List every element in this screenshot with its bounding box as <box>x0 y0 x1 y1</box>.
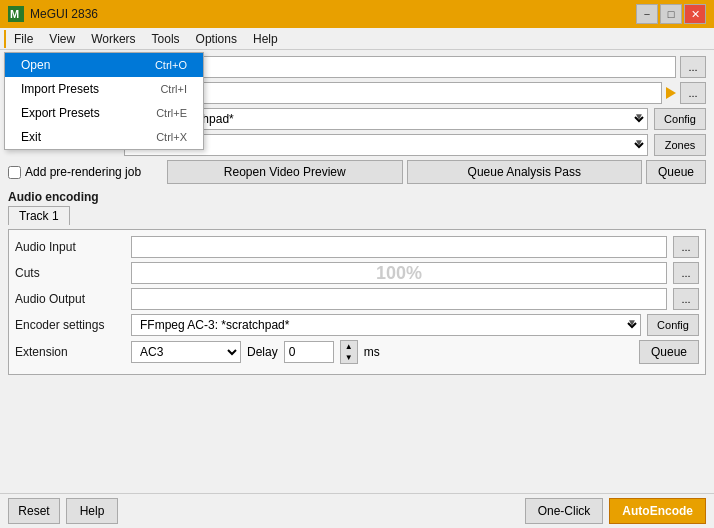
bottom-right: One-Click AutoEncode <box>525 498 706 524</box>
one-click-button[interactable]: One-Click <box>525 498 604 524</box>
ms-label: ms <box>364 345 380 359</box>
audio-encoding-header: Audio encoding <box>8 190 706 204</box>
delay-label: Delay <box>247 345 278 359</box>
audio-output-browse[interactable]: ... <box>673 288 699 310</box>
reopen-video-preview-button[interactable]: Reopen Video Preview <box>167 160 403 184</box>
menu-tools[interactable]: Tools <box>144 30 188 48</box>
title-bar: M MeGUI 2836 − □ ✕ <box>0 0 714 28</box>
delay-spinner: ▲ ▼ <box>340 340 358 364</box>
extension-row: Extension AC3 Delay ▲ ▼ ms Queue <box>15 340 699 364</box>
audio-output-field[interactable] <box>131 288 667 310</box>
audio-encoder-select-wrapper: FFmpeg AC-3: *scratchpad* <box>131 314 641 336</box>
maximize-button[interactable]: □ <box>660 4 682 24</box>
window-controls: − □ ✕ <box>636 4 706 24</box>
audio-input-row: Audio Input ... <box>15 236 699 258</box>
video-input-browse[interactable]: ... <box>680 56 706 78</box>
menu-import-shortcut: Ctrl+I <box>160 83 187 95</box>
audio-input-field[interactable] <box>131 236 667 258</box>
cuts-row: Cuts 100% ... <box>15 262 699 284</box>
extension-select[interactable]: AC3 <box>131 341 241 363</box>
track-tab-label: Track 1 <box>19 209 59 223</box>
delay-up-button[interactable]: ▲ <box>341 341 357 352</box>
audio-section: Audio Input ... Cuts 100% ... Audio Outp… <box>8 229 706 375</box>
menu-options[interactable]: Options <box>188 30 245 48</box>
menu-exit-label: Exit <box>21 130 41 144</box>
pre-render-queue-button[interactable]: Queue <box>646 160 706 184</box>
menu-view[interactable]: View <box>41 30 83 48</box>
svg-text:M: M <box>10 8 19 20</box>
audio-encoder-row: Encoder settings FFmpeg AC-3: *scratchpa… <box>15 314 699 336</box>
pre-render-row: Add pre-rendering job Reopen Video Previ… <box>8 160 706 184</box>
cuts-input-wrapper: 100% <box>131 262 667 284</box>
file-dropdown: Open Ctrl+O Import Presets Ctrl+I Export… <box>4 52 204 150</box>
cuts-label: Cuts <box>15 266 125 280</box>
menu-bar: File Open Ctrl+O Import Presets Ctrl+I E… <box>0 28 714 50</box>
audio-input-browse[interactable]: ... <box>673 236 699 258</box>
menu-open-label: Open <box>21 58 50 72</box>
menu-export-label: Export Presets <box>21 106 100 120</box>
reset-button[interactable]: Reset <box>8 498 60 524</box>
menu-open[interactable]: Open Ctrl+O <box>5 53 203 77</box>
delay-down-button[interactable]: ▼ <box>341 352 357 363</box>
audio-output-label: Audio Output <box>15 292 125 306</box>
menu-export-shortcut: Ctrl+E <box>156 107 187 119</box>
audio-queue-button[interactable]: Queue <box>639 340 699 364</box>
menu-open-shortcut: Ctrl+O <box>155 59 187 71</box>
app-icon: M <box>8 6 24 22</box>
audio-input-label: Audio Input <box>15 240 125 254</box>
pre-render-label: Add pre-rendering job <box>25 165 141 179</box>
play-icon[interactable] <box>666 87 676 99</box>
encoder-config-button[interactable]: Config <box>654 108 706 130</box>
file-menu-container: File Open Ctrl+O Import Presets Ctrl+I E… <box>4 30 41 48</box>
pre-render-checkbox-label: Add pre-rendering job <box>8 165 163 179</box>
delay-input[interactable] <box>284 341 334 363</box>
audio-output-row: Audio Output ... <box>15 288 699 310</box>
bottom-bar: Reset Help One-Click AutoEncode <box>0 493 714 528</box>
menu-import-presets[interactable]: Import Presets Ctrl+I <box>5 77 203 101</box>
menu-exit-shortcut: Ctrl+X <box>156 131 187 143</box>
app-title: MeGUI 2836 <box>30 7 98 21</box>
bottom-left: Reset Help <box>8 498 118 524</box>
tab-strip: Track 1 <box>8 206 706 225</box>
minimize-button[interactable]: − <box>636 4 658 24</box>
cuts-field[interactable] <box>131 262 667 284</box>
menu-help[interactable]: Help <box>245 30 286 48</box>
queue-analysis-pass-button[interactable]: Queue Analysis Pass <box>407 160 643 184</box>
menu-export-presets[interactable]: Export Presets Ctrl+E <box>5 101 203 125</box>
zones-button[interactable]: Zones <box>654 134 706 156</box>
extension-select-wrapper: AC3 <box>131 341 241 363</box>
menu-workers[interactable]: Workers <box>83 30 143 48</box>
help-button[interactable]: Help <box>66 498 118 524</box>
auto-encode-button[interactable]: AutoEncode <box>609 498 706 524</box>
pre-render-checkbox[interactable] <box>8 166 21 179</box>
video-output-browse[interactable]: ... <box>680 82 706 104</box>
menu-import-label: Import Presets <box>21 82 99 96</box>
menu-exit[interactable]: Exit Ctrl+X <box>5 125 203 149</box>
audio-encoder-select[interactable]: FFmpeg AC-3: *scratchpad* <box>131 314 641 336</box>
extension-label: Extension <box>15 345 125 359</box>
audio-encoder-label: Encoder settings <box>15 318 125 332</box>
close-button[interactable]: ✕ <box>684 4 706 24</box>
audio-config-button[interactable]: Config <box>647 314 699 336</box>
cuts-browse[interactable]: ... <box>673 262 699 284</box>
menu-file[interactable]: File <box>4 30 41 48</box>
track-tab[interactable]: Track 1 <box>8 206 70 225</box>
title-bar-left: M MeGUI 2836 <box>8 6 98 22</box>
